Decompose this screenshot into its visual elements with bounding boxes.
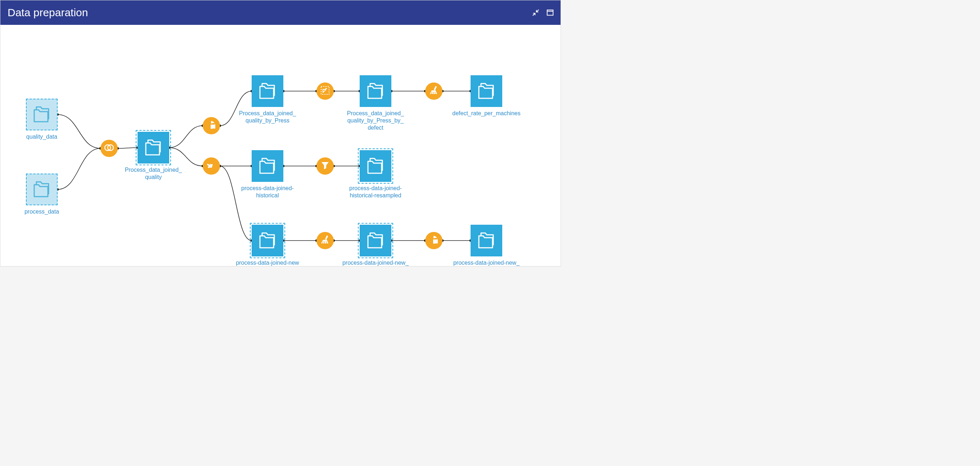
dataset-new[interactable]: process-data-joined-new [232,225,304,267]
dataset-quality_data[interactable]: quality_data [6,99,78,140]
dataset-label: process-data-joined-historical-resampled [339,185,412,199]
panel-title: Data preparation [8,6,88,19]
dataset-label: process-data-joined-new [232,259,304,267]
dataset-label: Process_data_joined_quality [118,166,189,181]
op-split[interactable] [203,157,220,175]
dataset-by_press[interactable]: Process_data_joined_quality_by_Press [232,75,304,124]
folder-icon [471,225,502,256]
filter-icon [320,161,330,172]
dataset-label: process-data-joined-historical [232,185,304,199]
pivot-icon [428,234,439,247]
op-clean1[interactable] [425,83,442,100]
clean-icon [320,235,330,247]
dataset-new_prepared[interactable]: process-data-joined-new_prepared [339,225,412,267]
clean-icon [429,85,439,97]
svg-line-47 [435,92,435,94]
svg-rect-48 [325,235,328,240]
panel-actions [532,9,554,17]
dataset-historical[interactable]: process-data-joined-historical [232,150,304,199]
svg-rect-2 [547,10,554,16]
svg-line-50 [325,241,325,243]
panel: Data preparation quality_data process_da… [0,0,561,267]
dataset-label: process_data [6,208,78,215]
dataset-defect_rate[interactable]: defect_rate_per_machines [450,75,522,117]
collapse-icon[interactable] [532,9,540,17]
folder-icon [26,173,57,205]
svg-line-51 [326,241,326,243]
split-icon [206,160,217,172]
folder-icon [360,225,391,256]
dataset-label: Process_data_joined_quality_by_Press [232,110,304,124]
op-pivot2[interactable] [317,83,334,100]
dataset-historical_res[interactable]: process-data-joined-historical-resampled [339,150,412,199]
maximize-icon[interactable] [546,9,554,17]
folder-icon [252,150,283,182]
op-pivot1[interactable] [203,117,220,134]
dataset-label: defect_rate_per_machines [450,110,522,117]
svg-rect-42 [211,125,215,129]
dataset-label: process-data-joined-new_prepared [339,259,412,267]
dataset-label: Process_data_joined_quality_by_Press_by_… [339,110,412,132]
dataset-new_by_day[interactable]: process-data-joined-new_prepared_by_Date… [450,225,522,267]
dataset-label: process-data-joined-new_prepared_by_Date… [450,259,522,267]
svg-rect-52 [433,240,438,243]
dataset-process_data[interactable]: process_data [6,173,78,215]
op-clean2[interactable] [317,232,334,249]
op-filter[interactable] [317,157,334,175]
folder-icon [471,75,502,107]
folder-icon [26,99,57,130]
folder-icon [252,75,283,107]
dataset-label: quality_data [6,133,78,140]
join-icon [104,142,115,154]
panel-header: Data preparation [0,0,560,25]
folder-icon [138,132,169,164]
flow-canvas[interactable]: quality_data process_data Process_data_j… [0,25,560,266]
svg-rect-44 [434,86,437,91]
folder-icon [360,75,391,107]
folder-icon [360,150,391,182]
pivot2-icon [320,85,330,97]
op-pivot3[interactable] [425,232,442,249]
dataset-by_press_defect[interactable]: Process_data_joined_quality_by_Press_by_… [339,75,412,132]
folder-icon [252,225,283,256]
dataset-joined_quality[interactable]: Process_data_joined_quality [118,132,189,181]
op-join[interactable] [100,140,118,157]
svg-line-46 [433,92,433,94]
pivot-icon [206,119,217,132]
